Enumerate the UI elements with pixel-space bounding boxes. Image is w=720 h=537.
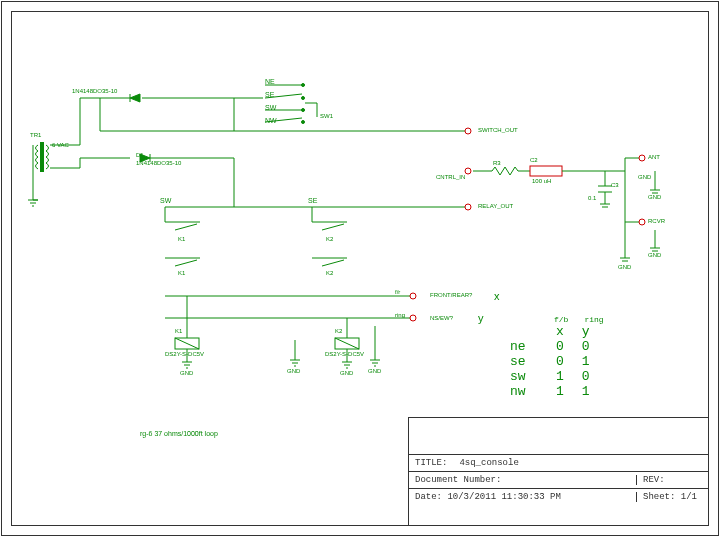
doc-label: Document Number: [415, 475, 636, 485]
ref-r3: R3 [493, 160, 501, 166]
svg-point-51 [410, 315, 416, 321]
hdr-fb: f/b [554, 315, 568, 324]
ref-relay1: K1 [175, 328, 182, 334]
sheet-value: 1/1 [681, 492, 697, 502]
gnd-k1: GND [180, 370, 193, 376]
svg-point-21 [465, 128, 471, 134]
gnd-bus: GND [618, 264, 631, 270]
ref-k1a: K1 [178, 236, 185, 242]
svg-point-74 [465, 168, 471, 174]
ref-sw-sw: SW [265, 104, 276, 111]
ref-d2pn: 1N4148DO35-10 [72, 88, 117, 94]
tt-r2-x: 1 [556, 369, 564, 384]
svg-marker-12 [130, 94, 140, 102]
ref-relay2: K2 [335, 328, 342, 334]
svg-point-28 [302, 84, 305, 87]
tt-r2-d: sw [510, 369, 538, 384]
date-label: Date: [415, 492, 442, 502]
date-value: 10/3/2011 11:30:33 PM [447, 492, 560, 502]
svg-point-29 [302, 97, 305, 100]
schematic-sheet: TR1 6 VAC 1N4148DO35-10 D1 1N4148DO35-10… [0, 0, 720, 537]
label-se: SE [308, 197, 317, 204]
ref-sw-nw: NW [265, 117, 277, 124]
ref-relay2pn: DS2Y-S-DC5V [325, 351, 364, 357]
ref-k2a: K2 [326, 236, 333, 242]
hdr-y: y [582, 324, 590, 339]
tt-r0-y: 0 [582, 339, 590, 354]
ref-vac: 6 VAC [52, 142, 69, 148]
port-relay-out: RELAY_OUT [478, 203, 513, 209]
tt-r0-d: ne [510, 339, 538, 354]
svg-point-81 [639, 155, 645, 161]
svg-line-55 [335, 338, 359, 349]
svg-line-53 [175, 338, 199, 349]
svg-point-89 [639, 219, 645, 225]
svg-line-46 [322, 260, 344, 266]
tt-r0-x: 0 [556, 339, 564, 354]
ref-d1pn: 1N4148DO35-10 [136, 160, 181, 166]
svg-point-50 [410, 293, 416, 299]
ref-sw-se: SE [265, 91, 274, 98]
gnd-rcvr: GND [648, 252, 661, 258]
ref-sw1: SW1 [320, 113, 333, 119]
rev-label: REV: [636, 475, 703, 485]
label-sw: SW [160, 197, 171, 204]
port-front-rear: FRONT/REAR? [430, 292, 472, 298]
tt-r3-y: 1 [582, 384, 590, 399]
port-rcvr: RCVR [648, 218, 665, 224]
port-ant: ANT [648, 154, 660, 160]
svg-line-44 [322, 224, 344, 230]
svg-point-30 [302, 109, 305, 112]
gnd-ring2: GND [368, 368, 381, 374]
ref-tr1: TR1 [30, 132, 41, 138]
svg-point-38 [465, 204, 471, 210]
ref-k2b: K2 [326, 270, 333, 276]
port-y: y [478, 312, 484, 324]
tt-r1-d: se [510, 354, 538, 369]
port-switch-out: SWITCH_OUT [478, 127, 518, 133]
tt-r1-y: 1 [582, 354, 590, 369]
gnd-k2: GND [340, 370, 353, 376]
ref-r3v: 100 uH [532, 178, 551, 184]
svg-line-40 [175, 224, 197, 230]
ref-c3: C3 [611, 182, 619, 188]
ref-sw-ne: NE [265, 78, 275, 85]
ref-c3v: 0.1 [588, 195, 596, 201]
footer-note: rg-6 37 ohms/1000ft loop [140, 430, 218, 437]
svg-rect-0 [40, 142, 44, 172]
port-cntrl-in: CNTRL_IN [436, 174, 465, 180]
gnd-ant: GND [648, 194, 661, 200]
tt-r3-d: nw [510, 384, 538, 399]
ref-k1b: K1 [178, 270, 185, 276]
truth-table: f/b ring x y ne00 se01 sw10 nw11 [510, 315, 604, 399]
svg-point-31 [302, 121, 305, 124]
tt-r3-x: 1 [556, 384, 564, 399]
port-ns-ew: NS/EW? [430, 315, 453, 321]
ref-c2: C2 [530, 157, 538, 163]
hdr-x: x [556, 324, 564, 339]
port-ring: ring [395, 312, 405, 318]
gnd-ant2: GND [638, 174, 651, 180]
svg-rect-77 [530, 166, 562, 176]
title-block: TITLE: 4sq_console Document Number: REV:… [408, 417, 709, 526]
hdr-ring: ring [584, 315, 603, 324]
sheet-label: Sheet: [643, 492, 675, 502]
gnd-ring1: GND [287, 368, 300, 374]
ref-relay1pn: DS2Y-S-DC5V [165, 351, 204, 357]
ref-d1: D1 [136, 152, 144, 158]
tt-r1-x: 0 [556, 354, 564, 369]
title-label: TITLE: [415, 458, 447, 468]
title-value: 4sq_console [459, 458, 518, 468]
tt-r2-y: 0 [582, 369, 590, 384]
port-x: x [494, 290, 500, 302]
svg-line-42 [175, 260, 197, 266]
port-fr: f/r [395, 289, 400, 295]
